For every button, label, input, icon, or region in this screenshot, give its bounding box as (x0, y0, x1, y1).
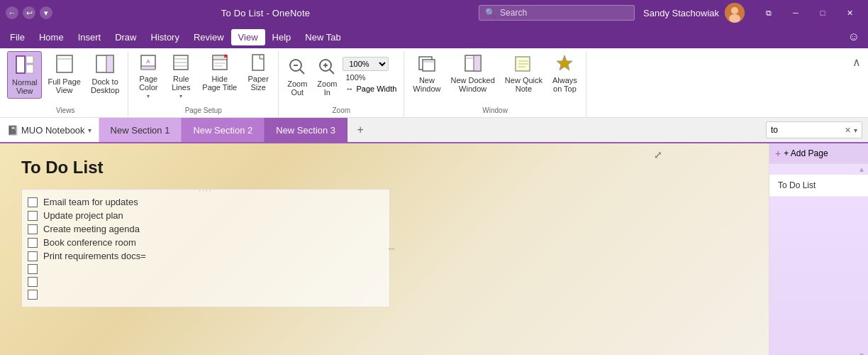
full-page-view-button[interactable]: Full PageView (43, 51, 84, 97)
menu-file[interactable]: File (3, 29, 32, 45)
svg-line-30 (330, 70, 334, 74)
svg-text:A: A (147, 58, 151, 65)
back-button[interactable]: ← (6, 6, 18, 19)
new-window-icon (418, 54, 436, 75)
menu-insert[interactable]: Insert (71, 29, 108, 45)
checkbox-1[interactable] (28, 197, 38, 207)
always-on-top-button[interactable]: Alwayson Top (548, 51, 582, 96)
page-color-button[interactable]: A PageColor ▾ (133, 51, 164, 102)
menu-help[interactable]: Help (265, 29, 299, 45)
notebook-selector[interactable]: 📓 MUO Notebook ▾ (0, 118, 99, 142)
todo-item-5: Print requirements docs= (28, 249, 384, 263)
todo-item-2: Update project plan (28, 209, 384, 222)
checkbox-4[interactable] (28, 238, 38, 248)
hide-page-title-button[interactable]: HidePage Title (198, 51, 241, 94)
zoom-select-row: 100% 50% 75% 125% 150% 200% (343, 57, 399, 71)
menu-draw[interactable]: Draw (108, 29, 143, 45)
scroll-up-button[interactable]: ▲ (858, 165, 865, 173)
todo-text-5: Print requirements docs= (43, 251, 146, 261)
checkbox-7[interactable] (28, 277, 38, 287)
zoom-100-button[interactable]: 100% (343, 72, 399, 82)
ribbon-group-window: NewWindow New DockedWindow (404, 51, 586, 117)
scroll-down-button[interactable]: ▼ (858, 351, 865, 355)
scroll-down-area: ▼ (769, 350, 868, 355)
page-item-todo[interactable]: To Do List (769, 175, 868, 197)
paper-size-button[interactable]: PaperSize (243, 51, 274, 94)
new-window-button[interactable]: NewWindow (408, 51, 445, 96)
quick-access-dropdown[interactable]: ▾ (40, 6, 52, 19)
new-quick-note-label: New QuickNote (505, 76, 542, 93)
title-bar-controls: ← ↩ ▾ (6, 6, 52, 19)
add-section-button[interactable]: + (350, 120, 370, 140)
page-width-button[interactable]: ↔ Page Width (343, 84, 399, 94)
menu-newtab[interactable]: New Tab (298, 29, 347, 45)
maximize-button[interactable]: □ (810, 0, 835, 26)
hide-page-title-icon (211, 54, 228, 73)
section-tab-1[interactable]: New Section 1 (99, 118, 182, 142)
page-width-label: Page Width (356, 84, 396, 93)
resize-handle-top[interactable]: ···· (199, 187, 212, 195)
search-dropdown-icon[interactable]: ▾ (854, 126, 857, 134)
resize-handle-right[interactable]: ↔ (386, 243, 396, 254)
section-search-input[interactable] (771, 125, 842, 135)
user-name: Sandy Stachowiak (643, 8, 719, 18)
paper-size-icon (250, 54, 267, 73)
search-clear-icon[interactable]: ✕ (845, 126, 851, 135)
zoom-options-group: 100% 50% 75% 125% 150% 200% 100% ↔ Page … (343, 57, 399, 97)
dock-to-desktop-button[interactable]: Dock toDesktop (87, 51, 123, 97)
add-page-button[interactable]: + + Add Page (769, 143, 868, 164)
menu-history[interactable]: History (144, 29, 187, 45)
todo-item-7 (28, 275, 384, 288)
window-mode-button[interactable]: ⧉ (756, 0, 781, 26)
notebook-name: MUO Notebook (21, 125, 85, 136)
smiley-button[interactable]: ☺ (842, 28, 865, 46)
window-controls: ⧉ ─ □ ✕ (756, 0, 862, 26)
zoom-select[interactable]: 100% 50% 75% 125% 150% 200% (343, 57, 389, 71)
menu-home[interactable]: Home (32, 29, 71, 45)
hide-page-title-label: HidePage Title (202, 75, 237, 92)
svg-rect-23 (252, 55, 264, 70)
rule-lines-button[interactable]: RuleLines ▾ (165, 51, 196, 102)
zoom-out-button[interactable]: ZoomOut (283, 55, 311, 99)
close-button[interactable]: ✕ (837, 0, 862, 26)
minimize-button[interactable]: ─ (783, 0, 808, 26)
zoom-in-button[interactable]: ZoomIn (313, 55, 341, 99)
app-title: To Do List - OneNote (52, 8, 479, 18)
always-on-top-icon (555, 54, 574, 75)
zoom-in-icon (318, 58, 336, 78)
notebook-dropdown-arrow: ▾ (88, 126, 91, 134)
zoom-in-label: ZoomIn (317, 80, 337, 97)
menu-view[interactable]: View (231, 29, 265, 45)
new-docked-window-label: New DockedWindow (450, 76, 494, 93)
normal-view-button[interactable]: NormalView (7, 51, 42, 99)
window-group-label: Window (408, 105, 582, 117)
rule-lines-dropdown-arrow: ▾ (179, 93, 182, 99)
new-window-label: NewWindow (413, 76, 440, 93)
user-avatar[interactable] (725, 3, 745, 23)
todo-item-8 (28, 288, 384, 301)
checkbox-6[interactable] (28, 264, 38, 274)
checkbox-8[interactable] (28, 290, 38, 300)
checkbox-5[interactable] (28, 251, 38, 261)
new-docked-window-button[interactable]: New DockedWindow (446, 51, 499, 96)
zoom-out-icon (288, 58, 306, 78)
menu-review[interactable]: Review (187, 29, 231, 45)
undo-button[interactable]: ↩ (23, 6, 35, 19)
rule-lines-icon (172, 54, 189, 73)
expand-page-button[interactable]: ⤢ (654, 149, 662, 160)
checkbox-2[interactable] (28, 211, 38, 221)
ribbon-group-pagesetup: A PageColor ▾ RuleLi (128, 51, 279, 117)
zoom-out-label: ZoomOut (287, 80, 307, 97)
section-tab-3[interactable]: New Section 3 (265, 118, 347, 142)
search-box[interactable]: 🔍 Search (479, 5, 635, 21)
page-color-icon: A (140, 54, 157, 73)
section-tab-2[interactable]: New Section 2 (182, 118, 265, 142)
new-quick-note-button[interactable]: New QuickNote (501, 51, 547, 96)
normal-view-label: NormalView (12, 78, 37, 95)
ribbon-collapse-button[interactable]: ∧ (848, 54, 865, 70)
svg-point-1 (731, 7, 738, 14)
page-color-dropdown-arrow: ▾ (147, 93, 150, 99)
full-page-view-label: Full PageView (48, 77, 80, 94)
checkbox-3[interactable] (28, 224, 38, 234)
todo-item-4: Book conference room (28, 236, 384, 249)
